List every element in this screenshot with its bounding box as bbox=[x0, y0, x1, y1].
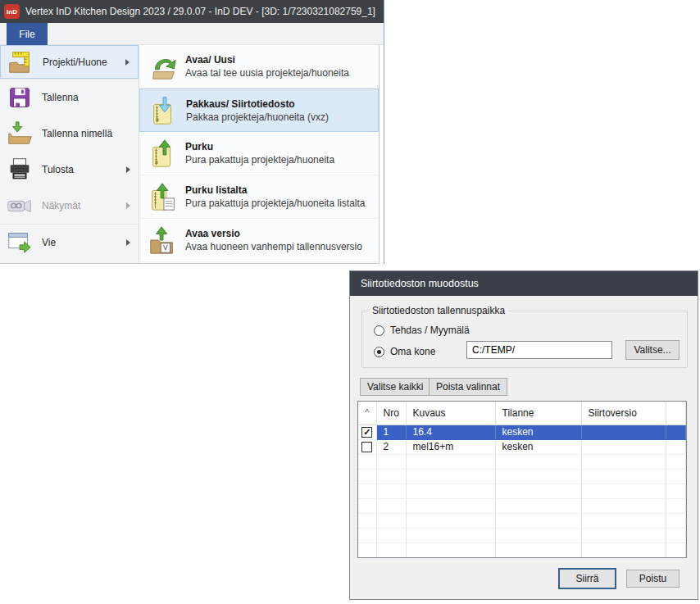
empty-row bbox=[358, 513, 686, 528]
export-window-icon bbox=[6, 229, 34, 257]
submenu-item-title: Avaa versio bbox=[185, 228, 362, 239]
radio-label: Oma kone bbox=[390, 346, 435, 357]
app-titlebar: InD Vertex InD Kitchen Design 2023 / 29.… bbox=[0, 0, 384, 23]
column-header-extra bbox=[666, 402, 686, 425]
zip-pack-icon bbox=[147, 95, 181, 126]
empty-row bbox=[358, 484, 686, 498]
cell-tilanne: kesken bbox=[495, 425, 581, 439]
cell-nro: 1 bbox=[376, 425, 406, 439]
app-logo-icon: InD bbox=[4, 4, 20, 19]
file-menu-dropdown: Projekti/Huone Tallenna T bbox=[0, 45, 380, 264]
menu-item-nakymat: Näkymät bbox=[0, 188, 139, 224]
cell-nro: 2 bbox=[376, 439, 406, 454]
file-menu-tab[interactable]: File bbox=[7, 23, 48, 45]
column-header-tilanne[interactable]: Tilanne bbox=[495, 402, 581, 425]
table-row[interactable]: 2 mel16+m kesken bbox=[358, 439, 686, 454]
column-header-kuvaus[interactable]: Kuvaus bbox=[406, 402, 495, 425]
submenu-item-pakkaus-siirtotiedosto[interactable]: Pakkaus/ Siirtotiedosto Pakkaa projektej… bbox=[139, 89, 379, 132]
radio-selected-icon[interactable] bbox=[374, 347, 384, 357]
cell-kuvaus: 16.4 bbox=[406, 425, 495, 439]
menu-item-label: Tallenna nimellä bbox=[42, 128, 112, 139]
file-menu-left-pane: Projekti/Huone Tallenna T bbox=[0, 45, 139, 263]
menu-item-projekti-huone[interactable]: Projekti/Huone bbox=[0, 45, 139, 79]
svg-text:V: V bbox=[163, 243, 168, 252]
submenu-item-subtitle: Pakkaa projekteja/huoneita (vxz) bbox=[186, 111, 329, 123]
empty-row bbox=[358, 469, 686, 484]
exit-button[interactable]: Poistu bbox=[626, 570, 680, 588]
video-camera-icon bbox=[6, 192, 34, 220]
submenu-item-title: Purku bbox=[185, 141, 334, 152]
open-new-icon bbox=[146, 51, 180, 82]
table-header-row: ^ Nro Kuvaus Tilanne Siirtoversio bbox=[358, 402, 686, 425]
column-header-siirtoversio[interactable]: Siirtoversio bbox=[581, 402, 666, 425]
empty-row bbox=[358, 528, 686, 543]
menu-item-vie[interactable]: Vie bbox=[0, 225, 139, 261]
menu-item-label: Tulosta bbox=[42, 164, 74, 175]
open-version-icon: V bbox=[146, 225, 180, 256]
app-title: Vertex InD Kitchen Design 2023 / 29.0.07… bbox=[25, 6, 375, 17]
submenu-item-avaa-uusi[interactable]: Avaa/ Uusi Avaa tai tee uusia projekteja… bbox=[139, 45, 379, 89]
zip-extract-list-icon bbox=[146, 181, 180, 212]
menu-item-label: Tallenna bbox=[42, 92, 79, 103]
submenu-item-avaa-versio[interactable]: V Avaa versio Avaa huoneen vanhempi tall… bbox=[139, 219, 379, 262]
groupbox-label: Siirtotiedoston tallennuspaikka bbox=[369, 305, 508, 316]
row-checkbox[interactable]: ✓ bbox=[361, 427, 372, 438]
path-input[interactable] bbox=[466, 341, 612, 359]
menu-item-label: Vie bbox=[42, 237, 56, 248]
submenu-item-subtitle: Pura pakattuja projekteja/huoneita lista… bbox=[185, 198, 365, 209]
zip-extract-icon bbox=[146, 138, 180, 169]
row-checkbox[interactable] bbox=[361, 442, 372, 452]
submenu-item-purku-listalta[interactable]: Purku listalta Pura pakattuja projekteja… bbox=[139, 175, 379, 219]
menu-item-tallenna[interactable]: Tallenna bbox=[0, 79, 139, 116]
submenu-arrow-icon bbox=[126, 166, 130, 173]
table-row[interactable]: ✓ 1 16.4 kesken bbox=[358, 425, 686, 439]
menu-item-label: Projekti/Huone bbox=[43, 57, 107, 68]
empty-row bbox=[358, 454, 686, 469]
submenu-item-purku[interactable]: Purku Pura pakattuja projekteja/huoneita bbox=[139, 132, 379, 175]
radio-label: Tehdas / Myymälä bbox=[390, 325, 470, 336]
cell-tilanne: kesken bbox=[495, 439, 581, 454]
floppy-icon bbox=[6, 84, 34, 111]
select-all-button[interactable]: Valitse kaikki bbox=[360, 378, 430, 396]
column-header-nro[interactable]: Nro bbox=[376, 402, 406, 425]
submenu-item-subtitle: Avaa huoneen vanhempi tallennusversio bbox=[185, 241, 362, 252]
browse-button[interactable]: Valitse... bbox=[625, 340, 680, 360]
clear-selection-button[interactable]: Poista valinnat bbox=[429, 378, 507, 396]
empty-row bbox=[358, 543, 686, 557]
radio-oma-kone[interactable]: Oma kone bbox=[374, 346, 435, 357]
projects-table: ^ Nro Kuvaus Tilanne Siirtoversio ✓ 1 16… bbox=[357, 401, 687, 558]
submenu-item-title: Purku listalta bbox=[185, 184, 365, 196]
menu-item-tallenna-nimella[interactable]: Tallenna nimellä bbox=[0, 116, 139, 152]
transfer-button[interactable]: Siirrä bbox=[558, 568, 616, 589]
printer-icon bbox=[6, 156, 34, 184]
dialog-body: Siirtotiedoston tallennuspaikka Tehdas /… bbox=[350, 296, 698, 601]
file-menu-submenu: Avaa/ Uusi Avaa tai tee uusia projekteja… bbox=[139, 45, 379, 263]
radio-tehdas-myymala[interactable]: Tehdas / Myymälä bbox=[374, 325, 470, 336]
app-window: InD Vertex InD Kitchen Design 2023 / 29.… bbox=[0, 0, 384, 264]
submenu-arrow-icon bbox=[126, 239, 130, 246]
menu-item-tulosta[interactable]: Tulosta bbox=[0, 152, 139, 188]
cell-kuvaus: mel16+m bbox=[406, 439, 495, 454]
folder-ruler-icon bbox=[7, 48, 34, 76]
submenu-arrow-icon bbox=[125, 59, 130, 66]
cell-siirtoversio bbox=[581, 425, 666, 439]
empty-row bbox=[358, 557, 686, 558]
submenu-item-subtitle: Avaa tai tee uusia projekteja/huoneita bbox=[185, 67, 349, 79]
submenu-item-title: Pakkaus/ Siirtotiedosto bbox=[186, 98, 329, 110]
submenu-arrow-icon bbox=[126, 202, 130, 209]
submenu-item-title: Avaa/ Uusi bbox=[185, 54, 349, 66]
dialog-titlebar[interactable]: Siirtotiedoston muodostus bbox=[350, 271, 698, 296]
empty-row bbox=[358, 498, 686, 513]
radio-icon[interactable] bbox=[374, 325, 384, 336]
cell-siirtoversio bbox=[581, 439, 666, 454]
sort-indicator-icon[interactable]: ^ bbox=[358, 402, 376, 425]
folder-save-icon bbox=[6, 120, 34, 148]
menu-item-label: Näkymät bbox=[42, 200, 80, 211]
dialog-title: Siirtotiedoston muodostus bbox=[361, 278, 479, 289]
submenu-item-subtitle: Pura pakattuja projekteja/huoneita bbox=[185, 154, 334, 166]
menu-bar: File bbox=[0, 23, 384, 45]
transfer-file-dialog: Siirtotiedoston muodostus Siirtotiedosto… bbox=[349, 270, 698, 600]
